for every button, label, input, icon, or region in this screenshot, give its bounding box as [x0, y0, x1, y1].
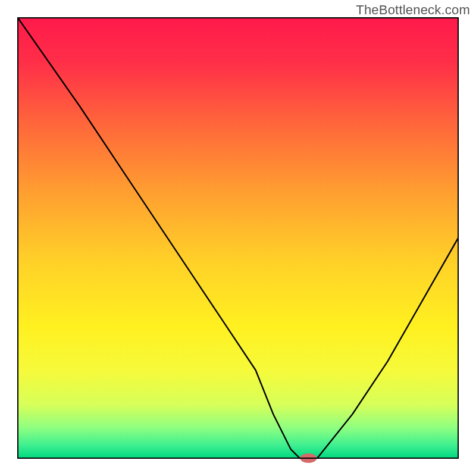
bottleneck-curve-chart [0, 0, 476, 476]
gradient-background [18, 18, 458, 458]
watermark-text: TheBottleneck.com [356, 2, 470, 18]
chart-container: TheBottleneck.com [0, 0, 476, 476]
